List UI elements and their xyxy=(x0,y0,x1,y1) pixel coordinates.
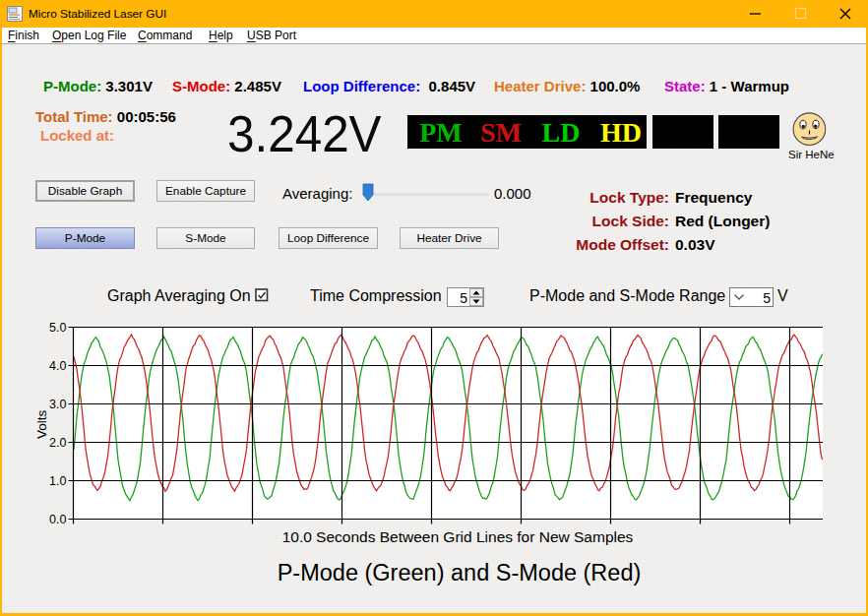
svg-text:5.0: 5.0 xyxy=(49,321,66,335)
svg-text:3.0: 3.0 xyxy=(49,398,66,411)
svg-text:0.0: 0.0 xyxy=(49,513,66,526)
svg-text:2.0: 2.0 xyxy=(49,436,66,450)
svg-text:1.0: 1.0 xyxy=(49,474,66,488)
svg-text:4.0: 4.0 xyxy=(49,359,66,373)
svg-text:Volts: Volts xyxy=(34,409,49,439)
